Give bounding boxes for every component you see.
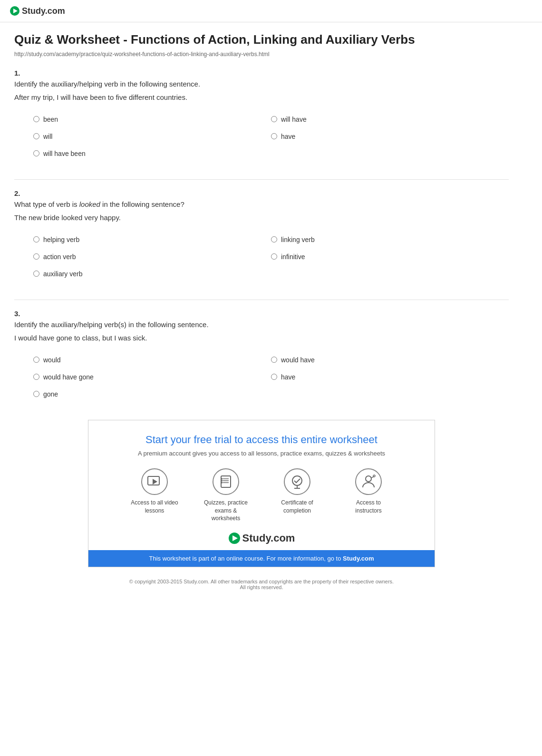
option-q2b-label: linking verb — [281, 236, 315, 243]
question-2-instruction: What type of verb is looked in the follo… — [14, 199, 509, 210]
feature-certificate: Certificate of completion — [271, 468, 323, 523]
question-3: 3. Identify the auxiliary/helping verb(s… — [14, 310, 509, 403]
option-q2a-label: helping verb — [43, 236, 79, 243]
question-1-instruction: Identify the auxiliary/helping verb in t… — [14, 79, 509, 90]
svg-point-9 — [222, 480, 223, 481]
option-q3a-label: would — [43, 356, 61, 364]
option-q1c[interactable]: will — [33, 128, 271, 145]
feature-certificate-label: Certificate of completion — [271, 499, 323, 515]
feature-instructors: Access to instructors — [342, 468, 395, 523]
question-1-sentence: After my trip, I will have been to five … — [14, 92, 509, 103]
question-2-number: 2. — [14, 189, 509, 197]
promo-subtitle: A premium account gives you access to al… — [98, 450, 425, 457]
main-content: Quiz & Worksheet - Functions of Action, … — [0, 22, 523, 609]
divider-1 — [14, 179, 509, 180]
q2-instruction-italic: looked — [79, 200, 100, 208]
question-3-number: 3. — [14, 310, 509, 318]
feature-video: Access to all video lessons — [128, 468, 181, 523]
question-3-sentence: I would have gone to class, but I was si… — [14, 333, 509, 344]
question-2: 2. What type of verb is looked in the fo… — [14, 189, 509, 282]
question-3-options: would would have would have gone have go… — [33, 351, 509, 403]
option-q3d[interactable]: have — [271, 368, 509, 386]
option-q3b-label: would have — [281, 356, 315, 364]
instructors-icon — [355, 468, 382, 495]
footer-rights: All rights reserved. — [14, 584, 509, 590]
option-q1b-label: will have — [281, 116, 307, 123]
footer-copyright: © copyright 2003-2015 Study.com. All oth… — [14, 579, 509, 584]
certificate-icon — [284, 468, 310, 495]
header: Study.com — [0, 0, 542, 22]
divider-2 — [14, 300, 509, 300]
q2-instruction-pre: What type of verb is — [14, 200, 79, 208]
option-q2e[interactable]: auxiliary verb — [33, 265, 509, 282]
banner-text: This worksheet is part of an online cour… — [149, 555, 343, 562]
option-q2a[interactable]: helping verb — [33, 231, 271, 248]
option-q1c-label: will — [43, 133, 52, 140]
logo: Study.com — [10, 6, 65, 16]
svg-point-8 — [222, 478, 223, 479]
promo-banner-bottom: This worksheet is part of an online cour… — [88, 550, 435, 567]
logo-text: Study.com — [22, 6, 65, 16]
page-title: Quiz & Worksheet - Functions of Action, … — [14, 32, 509, 48]
option-q3c-label: would have gone — [43, 373, 94, 381]
option-q1e-label: will have been — [43, 150, 86, 157]
quizzes-icon — [213, 468, 239, 495]
question-1: 1. Identify the auxiliary/helping verb i… — [14, 69, 509, 162]
video-icon — [141, 468, 168, 495]
option-q1a-label: been — [43, 116, 58, 123]
promo-box: Start your free trial to access this ent… — [88, 420, 435, 567]
option-q1a[interactable]: been — [33, 111, 271, 128]
option-q1b[interactable]: will have — [271, 111, 509, 128]
feature-instructors-label: Access to instructors — [342, 499, 395, 515]
option-q1d-label: have — [281, 133, 295, 140]
svg-point-11 — [292, 476, 302, 485]
option-q3a[interactable]: would — [33, 351, 271, 368]
option-q1e[interactable]: will have been — [33, 145, 509, 162]
feature-video-label: Access to all video lessons — [128, 499, 181, 515]
feature-quizzes: Quizzes, practice exams & worksheets — [200, 468, 252, 523]
option-q2e-label: auxiliary verb — [43, 270, 82, 278]
page-url: http://study.com/academy/practice/quiz-w… — [14, 51, 509, 58]
question-2-sentence: The new bride looked very happy. — [14, 213, 509, 223]
option-q3c[interactable]: would have gone — [33, 368, 271, 386]
option-q2b[interactable]: linking verb — [271, 231, 509, 248]
svg-marker-3 — [153, 479, 157, 485]
promo-logo-text: Study.com — [242, 532, 295, 544]
svg-rect-4 — [221, 476, 231, 487]
svg-point-10 — [222, 482, 223, 483]
option-q1d[interactable]: have — [271, 128, 509, 145]
question-2-options: helping verb linking verb action verb in… — [33, 231, 509, 282]
option-q2d-label: infinitive — [281, 253, 305, 261]
promo-logo-icon — [228, 532, 241, 544]
q2-instruction-post: in the following sentence? — [100, 200, 184, 208]
option-q2c-label: action verb — [43, 253, 76, 261]
option-q3b[interactable]: would have — [271, 351, 509, 368]
feature-quizzes-label: Quizzes, practice exams & worksheets — [200, 499, 252, 523]
option-q3e-label: gone — [43, 390, 58, 398]
footer: © copyright 2003-2015 Study.com. All oth… — [14, 579, 509, 600]
svg-point-14 — [366, 476, 371, 482]
logo-icon — [10, 6, 20, 16]
promo-section: Start your free trial to access this ent… — [14, 420, 509, 567]
option-q3e[interactable]: gone — [33, 386, 509, 403]
banner-link[interactable]: Study.com — [343, 555, 374, 562]
question-1-options: been will have will have will have been — [33, 111, 509, 162]
option-q2d[interactable]: infinitive — [271, 248, 509, 265]
svg-point-16 — [373, 475, 375, 477]
option-q3d-label: have — [281, 373, 295, 381]
question-3-instruction: Identify the auxiliary/helping verb(s) i… — [14, 320, 509, 330]
promo-logo: Study.com — [98, 532, 425, 544]
promo-features: Access to all video lessons — [98, 468, 425, 523]
option-q2c[interactable]: action verb — [33, 248, 271, 265]
question-1-number: 1. — [14, 69, 509, 77]
promo-title: Start your free trial to access this ent… — [98, 434, 425, 446]
